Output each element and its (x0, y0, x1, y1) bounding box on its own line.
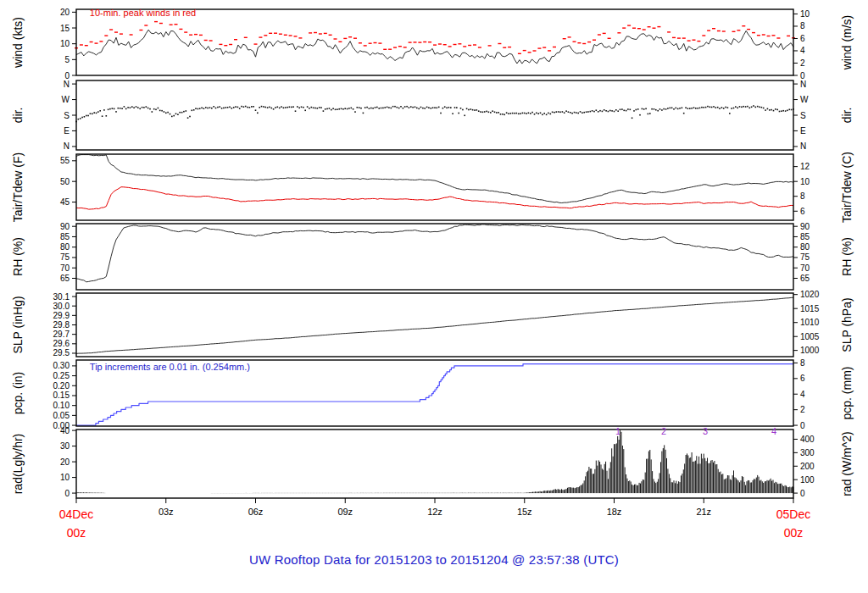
ytick-left-dir: N (64, 80, 70, 89)
ytick-left-pcp: 0.20 (53, 381, 70, 391)
panel-pcp: 0.000.050.100.150.200.250.3002468pcp. (i… (11, 358, 854, 430)
ytick-left-rad: 30 (60, 441, 70, 451)
ytick-left-rh: 85 (60, 232, 70, 241)
axis-title-right-pcp: pcp. (mm) (840, 367, 854, 420)
ytick-right-dir: W (800, 95, 809, 104)
ytick-left-dir: W (62, 95, 70, 104)
axis-title-left-rad: rad(Lgly/hr) (11, 434, 25, 495)
ytick-right-slp: 1020 (800, 290, 820, 299)
axis-title-right-dir: dir. (840, 108, 854, 124)
ytick-right-rh: 70 (800, 263, 810, 273)
ytick-right-pcp: 0 (800, 421, 805, 430)
ytick-right-slp: 1000 (800, 346, 820, 355)
panel-border-rh (76, 224, 793, 290)
ytick-right-rad: 200 (800, 462, 815, 471)
ytick-left-slp: 30.1 (53, 292, 70, 302)
ytick-right-slp: 1015 (800, 304, 820, 313)
ytick-left-pcp: 0.25 (53, 371, 70, 380)
ytick-right-rh: 65 (800, 274, 810, 283)
series-slp_inhg (76, 297, 793, 353)
ytick-left-rh: 70 (60, 263, 70, 273)
meteogram-page: 051015200246810wind (kts)wind (m/s)10-mi… (0, 0, 868, 593)
series-wind_speed_kts (76, 30, 793, 64)
ytick-right-tair_tdew: 6 (800, 207, 805, 216)
annotation-rad: 4 (771, 426, 776, 436)
ytick-left-wind: 15 (60, 24, 70, 33)
axis-title-right-wind: wind (m/s) (840, 15, 854, 71)
ytick-right-dir: S (800, 111, 806, 120)
axis-title-left-rh: RH (%) (11, 237, 25, 276)
axis-title-left-pcp: pcp. (in) (11, 372, 25, 415)
ytick-right-wind: 6 (800, 34, 805, 43)
annotation-rad: 2 (661, 426, 666, 436)
chart-title: UW Rooftop Data for 20151203 to 20151204… (0, 552, 868, 567)
ytick-left-tair_tdew: 50 (60, 177, 70, 186)
panel-dir: NESWNNESWNdir.dir. (11, 80, 854, 152)
axis-title-right-rh: RH (%) (840, 237, 854, 276)
xtick-label: 12z (427, 507, 442, 517)
ytick-left-rad: 10 (60, 473, 70, 482)
ytick-right-pcp: 2 (800, 405, 805, 414)
xtick-label: 05Dec (776, 507, 810, 521)
xtick-label: 09z (337, 507, 353, 517)
ytick-left-dir: S (64, 111, 70, 120)
ytick-left-wind: 20 (60, 8, 70, 17)
ytick-right-tair_tdew: 10 (800, 177, 810, 186)
ytick-right-rad: 300 (800, 448, 815, 457)
meteogram-svg: 051015200246810wind (kts)wind (m/s)10-mi… (0, 0, 868, 551)
ytick-right-slp: 1010 (800, 318, 820, 327)
panel-slp: 29.529.629.729.829.930.030.1100010051010… (11, 290, 854, 357)
ytick-left-dir: E (64, 126, 70, 136)
panel-tair_tdew: 455055681012Tair/Tdew (F)Tair/Tdew (C) (11, 152, 854, 223)
panel-rad: 0102030400100200300400rad(Lgly/hr)rad (W… (11, 426, 854, 498)
series-rh_pct (76, 224, 793, 282)
ytick-right-wind: 2 (800, 58, 805, 68)
ytick-left-tair_tdew: 55 (60, 156, 70, 165)
series-tdew_f (76, 187, 793, 209)
series-wind_direction_deg (75, 105, 794, 122)
ytick-right-pcp: 6 (800, 374, 805, 383)
ytick-left-rad: 0 (64, 489, 70, 498)
ytick-right-rad: 0 (800, 489, 805, 498)
ytick-left-slp: 29.7 (53, 330, 70, 339)
ytick-right-tair_tdew: 12 (800, 162, 810, 171)
ytick-left-slp: 29.9 (53, 311, 70, 320)
ytick-left-wind: 5 (64, 55, 70, 64)
panel-rh: 657075808590657075808590RH (%)RH (%) (11, 222, 854, 290)
ytick-right-pcp: 8 (800, 358, 805, 368)
ytick-left-dir: N (64, 141, 70, 151)
annotation-rad: 3 (703, 426, 708, 436)
ytick-right-slp: 1005 (800, 332, 820, 341)
ytick-right-wind: 4 (800, 46, 805, 55)
xtick-label: 03z (159, 507, 174, 517)
series-peak_wind_kts (75, 22, 795, 54)
xtick-label: 21z (696, 507, 711, 517)
annotation-wind: 10-min. peak winds in red (90, 8, 196, 18)
ytick-left-slp: 29.5 (53, 348, 70, 357)
axis-title-left-slp: SLP (inHg) (11, 296, 25, 353)
ytick-right-wind: 10 (800, 9, 810, 19)
ytick-left-pcp: 0.30 (53, 361, 70, 370)
ytick-left-slp: 29.8 (53, 320, 70, 330)
ytick-right-tair_tdew: 8 (800, 191, 805, 201)
axis-title-left-tair_tdew: Tair/Tdew (F) (11, 152, 25, 222)
ytick-right-rad: 100 (800, 475, 815, 485)
annotation-rad: 1 (615, 426, 620, 436)
panel-border-dir (76, 80, 793, 150)
ytick-left-rh: 80 (60, 242, 70, 252)
ytick-right-pcp: 4 (800, 390, 805, 399)
xtick-label2: 00z (67, 526, 86, 540)
xtick-label2: 00z (784, 526, 804, 540)
ytick-left-rad: 20 (60, 457, 70, 467)
panel-border-slp (76, 293, 793, 357)
ytick-right-rh: 90 (800, 222, 810, 231)
ytick-right-dir: N (800, 80, 806, 89)
ytick-left-rh: 75 (60, 252, 70, 262)
axis-title-right-tair_tdew: Tair/Tdew (C) (840, 152, 854, 223)
ytick-right-wind: 8 (800, 21, 805, 30)
ytick-right-rh: 85 (800, 232, 810, 241)
ytick-right-rad: 400 (800, 435, 815, 444)
annotation-pcp: Tip increments are 0.01 in. (0.254mm.) (90, 362, 250, 372)
series-precip_accum_in (76, 364, 793, 426)
ytick-right-dir: N (800, 141, 806, 151)
